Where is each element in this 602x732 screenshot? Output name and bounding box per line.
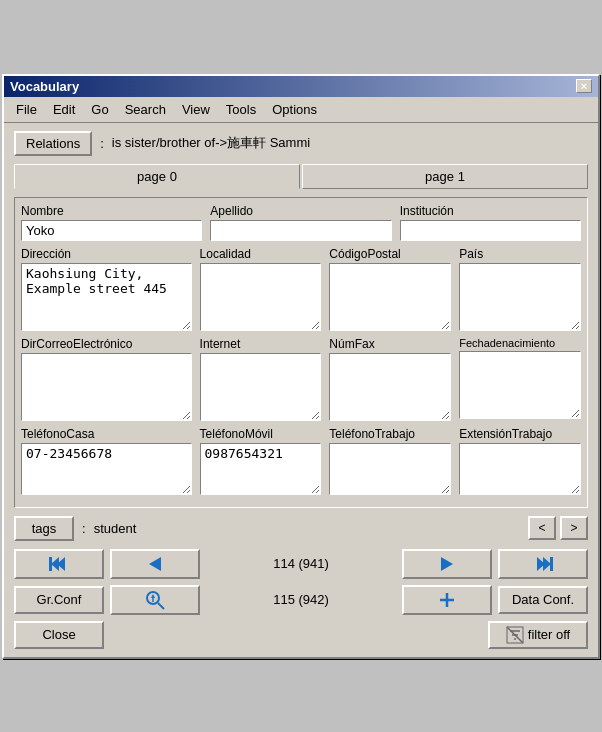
magnifier-icon bbox=[144, 589, 166, 611]
telefonotrabajo-label: TeléfonoTrabajo bbox=[329, 427, 451, 441]
institucion-input[interactable] bbox=[400, 220, 581, 241]
field-row-3: DirCorreoElectrónico Internet NúmFax Fec… bbox=[21, 337, 581, 421]
main-window: Vocabulary × File Edit Go Search View To… bbox=[2, 74, 600, 659]
extensiontrabajo-group: ExtensiónTrabajo bbox=[459, 427, 581, 495]
tags-value: student bbox=[94, 521, 520, 536]
filter-button[interactable]: filter off bbox=[488, 621, 588, 649]
extensiontrabajo-input[interactable] bbox=[459, 443, 581, 495]
telefonocasa-label: TeléfonoCasa bbox=[21, 427, 192, 441]
window-title: Vocabulary bbox=[10, 79, 79, 94]
dircorreo-group: DirCorreoElectrónico bbox=[21, 337, 192, 421]
next-button[interactable] bbox=[402, 549, 492, 579]
field-row-1: Nombre Apellido Institución bbox=[21, 204, 581, 241]
last-button[interactable] bbox=[498, 549, 588, 579]
relations-separator: : bbox=[100, 136, 104, 151]
title-bar: Vocabulary × bbox=[4, 76, 598, 97]
tags-separator: : bbox=[82, 521, 86, 536]
institucion-group: Institución bbox=[400, 204, 581, 241]
telefonocasa-input[interactable]: 07-23456678 bbox=[21, 443, 192, 495]
localidad-group: Localidad bbox=[200, 247, 322, 331]
counter1: 114 (941) bbox=[206, 556, 396, 571]
relations-text: is sister/brother of->施車軒 Sammi bbox=[112, 134, 310, 152]
next-icon bbox=[435, 554, 459, 574]
form-section: Nombre Apellido Institución Dirección Ka… bbox=[14, 197, 588, 508]
pais-group: País bbox=[459, 247, 581, 331]
plus-icon bbox=[437, 590, 457, 610]
grconf-button[interactable]: Gr.Conf bbox=[14, 586, 104, 614]
direccion-label: Dirección bbox=[21, 247, 192, 261]
apellido-input[interactable] bbox=[210, 220, 391, 241]
internet-label: Internet bbox=[200, 337, 322, 351]
field-row-2: Dirección Kaohsiung City, Example street… bbox=[21, 247, 581, 331]
first-icon bbox=[47, 554, 71, 574]
fechanacimiento-group: Fechadenacimiento bbox=[459, 337, 581, 421]
fechanacimiento-label: Fechadenacimiento bbox=[459, 337, 581, 349]
prev-button[interactable] bbox=[110, 549, 200, 579]
apellido-label: Apellido bbox=[210, 204, 391, 218]
nav-row-2: Gr.Conf 115 (942) Data Conf. bbox=[14, 585, 588, 615]
plus-button[interactable] bbox=[402, 585, 492, 615]
tags-next-button[interactable]: > bbox=[560, 516, 588, 540]
numfax-label: NúmFax bbox=[329, 337, 451, 351]
numfax-input[interactable] bbox=[329, 353, 451, 421]
direccion-input[interactable]: Kaohsiung City, Example street 445 bbox=[21, 263, 192, 331]
menu-edit[interactable]: Edit bbox=[47, 100, 81, 119]
pais-label: País bbox=[459, 247, 581, 261]
search-mag-button[interactable] bbox=[110, 585, 200, 615]
nombre-input[interactable] bbox=[21, 220, 202, 241]
menu-options[interactable]: Options bbox=[266, 100, 323, 119]
tags-prev-button[interactable]: < bbox=[528, 516, 556, 540]
direccion-group: Dirección Kaohsiung City, Example street… bbox=[21, 247, 192, 331]
first-button[interactable] bbox=[14, 549, 104, 579]
extensiontrabajo-label: ExtensiónTrabajo bbox=[459, 427, 581, 441]
tabs-container: page 0 page 1 bbox=[14, 164, 588, 189]
codigopostal-input[interactable] bbox=[329, 263, 451, 331]
dircorreo-label: DirCorreoElectrónico bbox=[21, 337, 192, 351]
menu-bar: File Edit Go Search View Tools Options bbox=[4, 97, 598, 123]
menu-go[interactable]: Go bbox=[85, 100, 114, 119]
internet-group: Internet bbox=[200, 337, 322, 421]
svg-rect-7 bbox=[550, 557, 553, 571]
fechanacimiento-input[interactable] bbox=[459, 351, 581, 419]
last-icon bbox=[531, 554, 555, 574]
internet-input[interactable] bbox=[200, 353, 322, 421]
telefonmovil-input[interactable]: 0987654321 bbox=[200, 443, 322, 495]
numfax-group: NúmFax bbox=[329, 337, 451, 421]
svg-marker-4 bbox=[441, 557, 453, 571]
menu-file[interactable]: File bbox=[10, 100, 43, 119]
telefonocasa-group: TeléfonoCasa 07-23456678 bbox=[21, 427, 192, 495]
filter-label: filter off bbox=[528, 627, 570, 642]
relations-row: Relations : is sister/brother of->施車軒 Sa… bbox=[14, 131, 588, 156]
telefonmovil-label: TeléfonoMóvil bbox=[200, 427, 322, 441]
svg-marker-6 bbox=[543, 557, 551, 571]
svg-rect-2 bbox=[49, 557, 52, 571]
menu-tools[interactable]: Tools bbox=[220, 100, 262, 119]
dircorreo-input[interactable] bbox=[21, 353, 192, 421]
dataconf-button[interactable]: Data Conf. bbox=[498, 586, 588, 614]
tags-button[interactable]: tags bbox=[14, 516, 74, 541]
telefonotrabajo-group: TeléfonoTrabajo bbox=[329, 427, 451, 495]
tab-page1[interactable]: page 1 bbox=[302, 164, 588, 189]
relations-button[interactable]: Relations bbox=[14, 131, 92, 156]
telefonotrabajo-input[interactable] bbox=[329, 443, 451, 495]
counter2: 115 (942) bbox=[206, 592, 396, 607]
pais-input[interactable] bbox=[459, 263, 581, 331]
svg-line-9 bbox=[158, 603, 164, 609]
telefonmovil-group: TeléfonoMóvil 0987654321 bbox=[200, 427, 322, 495]
close-window-button[interactable]: × bbox=[576, 79, 592, 93]
menu-search[interactable]: Search bbox=[119, 100, 172, 119]
close-button[interactable]: Close bbox=[14, 621, 104, 649]
codigopostal-label: CódigoPostal bbox=[329, 247, 451, 261]
svg-marker-3 bbox=[149, 557, 161, 571]
nombre-group: Nombre bbox=[21, 204, 202, 241]
nombre-label: Nombre bbox=[21, 204, 202, 218]
final-row: Close filter off bbox=[14, 621, 588, 649]
nav-row-1: 114 (941) bbox=[14, 549, 588, 579]
codigopostal-group: CódigoPostal bbox=[329, 247, 451, 331]
field-row-4: TeléfonoCasa 07-23456678 TeléfonoMóvil 0… bbox=[21, 427, 581, 495]
localidad-label: Localidad bbox=[200, 247, 322, 261]
tab-page0[interactable]: page 0 bbox=[14, 164, 300, 189]
localidad-input[interactable] bbox=[200, 263, 322, 331]
institucion-label: Institución bbox=[400, 204, 581, 218]
menu-view[interactable]: View bbox=[176, 100, 216, 119]
